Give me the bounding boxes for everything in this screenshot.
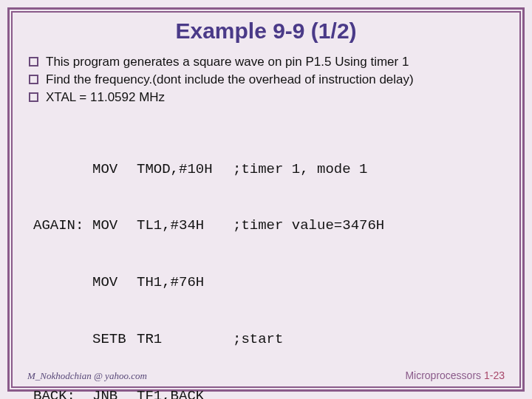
code-comment: ;timer 1, mode 1: [233, 160, 367, 180]
code-line: AGAIN:MOVTL1,#34H;timer value=3476H: [33, 216, 503, 236]
code-block: MOVTMOD,#10H;timer 1, mode 1 AGAIN:MOVTL…: [33, 122, 503, 399]
code-arg: TL1,#34H: [137, 216, 233, 236]
code-op: MOV: [92, 216, 137, 236]
code-label: AGAIN:: [33, 216, 92, 236]
footer-course: Microprocessors: [405, 369, 484, 381]
code-op: SETB: [92, 330, 137, 349]
code-comment: ;start: [233, 330, 283, 349]
slide-title: Example 9-9 (1/2): [29, 18, 503, 44]
footer-email: M_Nokhodchian @ yahoo.com: [27, 370, 147, 382]
footer: M_Nokhodchian @ yahoo.com Microprocessor…: [27, 369, 505, 382]
code-arg: TH1,#76H: [137, 273, 233, 293]
footer-right: Microprocessors 1-23: [405, 369, 505, 381]
code-arg: TR1: [137, 330, 233, 349]
inner-border: Example 9-9 (1/2) This program generates…: [11, 11, 521, 388]
bullet-list: This program generates a square wave on …: [29, 54, 503, 106]
bullet-item: XTAL = 11.0592 MHz: [29, 89, 503, 106]
code-line: MOVTH1,#76H: [33, 273, 503, 293]
code-label: [33, 273, 92, 293]
code-label: [33, 160, 92, 180]
square-bullet-icon: [29, 92, 38, 102]
code-label: BACK:: [33, 387, 92, 399]
code-line: SETBTR1;start: [33, 330, 503, 349]
bullet-item: This program generates a square wave on …: [29, 54, 503, 70]
slide: Example 9-9 (1/2) This program generates…: [0, 0, 532, 399]
code-op: MOV: [92, 160, 137, 180]
bullet-text: This program generates a square wave on …: [46, 54, 409, 70]
bullet-item: Find the frequency.(dont include the ove…: [29, 72, 503, 88]
code-op: JNB: [92, 387, 137, 399]
bullet-text: XTAL = 11.0592 MHz: [46, 89, 165, 106]
code-op: MOV: [92, 273, 137, 293]
code-line: MOVTMOD,#10H;timer 1, mode 1: [33, 160, 503, 180]
code-comment: ;timer value=3476H: [233, 216, 384, 236]
square-bullet-icon: [29, 75, 38, 84]
footer-page: 1-23: [484, 369, 505, 381]
code-line: BACK:JNBTF1,BACK: [33, 387, 503, 399]
code-arg: TF1,BACK: [137, 387, 233, 399]
square-bullet-icon: [29, 57, 38, 66]
bullet-text: Find the frequency.(dont include the ove…: [46, 72, 414, 88]
code-label: [33, 330, 92, 349]
outer-border: Example 9-9 (1/2) This program generates…: [7, 7, 525, 392]
code-arg: TMOD,#10H: [137, 160, 233, 180]
